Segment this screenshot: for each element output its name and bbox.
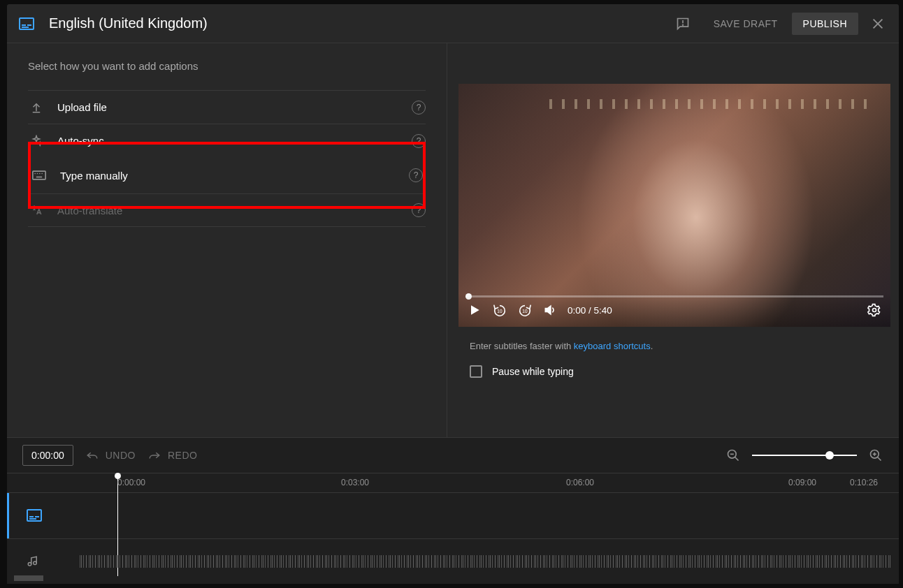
play-icon[interactable] [467, 302, 482, 318]
svg-point-18 [873, 309, 876, 312]
keyboard-shortcuts-link[interactable]: keyboard shortcuts [574, 341, 651, 351]
zoom-out-icon[interactable] [725, 448, 741, 463]
rewind-10-icon[interactable]: 10 [492, 302, 507, 318]
svg-text:10: 10 [522, 309, 528, 314]
audio-track[interactable] [7, 538, 899, 585]
svg-point-31 [34, 561, 37, 565]
option-label: Upload file [57, 101, 412, 113]
keyboard-shortcuts-hint: Enter subtitles faster with keyboard sho… [470, 341, 890, 351]
subtitles-icon [18, 15, 35, 32]
captions-track[interactable] [7, 493, 899, 538]
pause-while-typing-label: Pause while typing [492, 366, 574, 377]
modal-body: Select how you want to add captions Uplo… [7, 43, 899, 437]
ruler-tick: 0:00:00 [117, 478, 145, 487]
video-thumbnail-decor [549, 99, 869, 109]
option-label: Type manually [60, 170, 409, 182]
zoom-in-icon[interactable] [868, 448, 883, 463]
svg-text:10: 10 [497, 309, 503, 314]
svg-line-20 [735, 457, 739, 461]
svg-point-30 [28, 562, 31, 566]
options-prompt: Select how you want to add captions [28, 60, 426, 72]
svg-rect-10 [33, 171, 45, 179]
pause-while-typing-row: Pause while typing [470, 365, 890, 378]
subtitle-editor-modal: English (United Kingdom) SAVE DRAFT PUBL… [7, 4, 899, 584]
timeline-current-time[interactable]: 0:00:00 [22, 445, 73, 466]
zoom-slider[interactable] [752, 455, 857, 456]
audio-waveform [80, 555, 892, 568]
timeline-panel: 0:00:00 UNDO REDO [7, 437, 899, 584]
undo-button[interactable]: UNDO [86, 450, 136, 461]
option-type-manually[interactable]: Type manually ? [31, 159, 423, 192]
svg-point-5 [682, 24, 683, 25]
help-icon[interactable]: ? [409, 168, 423, 182]
svg-line-23 [878, 457, 881, 461]
redo-button[interactable]: REDO [148, 450, 197, 461]
option-upload-file[interactable]: Upload file ? [28, 90, 426, 124]
forward-10-icon[interactable]: 10 [517, 302, 533, 318]
modal-header: English (United Kingdom) SAVE DRAFT PUBL… [7, 4, 899, 43]
video-player[interactable]: 10 10 0:00 [458, 84, 890, 327]
publish-button[interactable]: PUBLISH [792, 13, 858, 35]
preview-pane: 10 10 0:00 [447, 43, 899, 437]
close-button[interactable] [864, 10, 892, 38]
highlight-annotation: Type manually ? [28, 142, 426, 209]
zoom-controls [725, 448, 883, 463]
pause-while-typing-checkbox[interactable] [470, 365, 482, 378]
volume-icon[interactable] [542, 302, 558, 318]
timeline-ruler[interactable]: 0:00:00 0:03:00 0:06:00 0:09:00 0:10:26 [7, 473, 899, 492]
settings-gear-icon[interactable] [867, 302, 882, 318]
ruler-tick: 0:03:00 [341, 478, 369, 487]
ruler-tick: 0:10:26 [850, 478, 878, 487]
language-title: English (United Kingdom) [49, 15, 670, 31]
keyboard-icon [31, 170, 48, 180]
ruler-tick: 0:06:00 [566, 478, 594, 487]
feedback-icon[interactable] [670, 11, 695, 36]
video-controls: 10 10 0:00 [458, 293, 890, 327]
video-time-display: 0:00 / 5:40 [568, 305, 612, 316]
horizontal-scrollbar[interactable] [14, 575, 43, 581]
captions-track-icon[interactable] [7, 493, 59, 538]
options-pane: Select how you want to add captions Uplo… [7, 43, 447, 437]
video-thumbnail [458, 84, 890, 327]
timeline-tracks [7, 492, 899, 584]
timeline-toolbar: 0:00:00 UNDO REDO [7, 438, 899, 473]
save-draft-button[interactable]: SAVE DRAFT [704, 13, 788, 35]
upload-icon [28, 101, 45, 114]
help-icon[interactable]: ? [412, 101, 426, 115]
ruler-tick: 0:09:00 [788, 478, 816, 487]
